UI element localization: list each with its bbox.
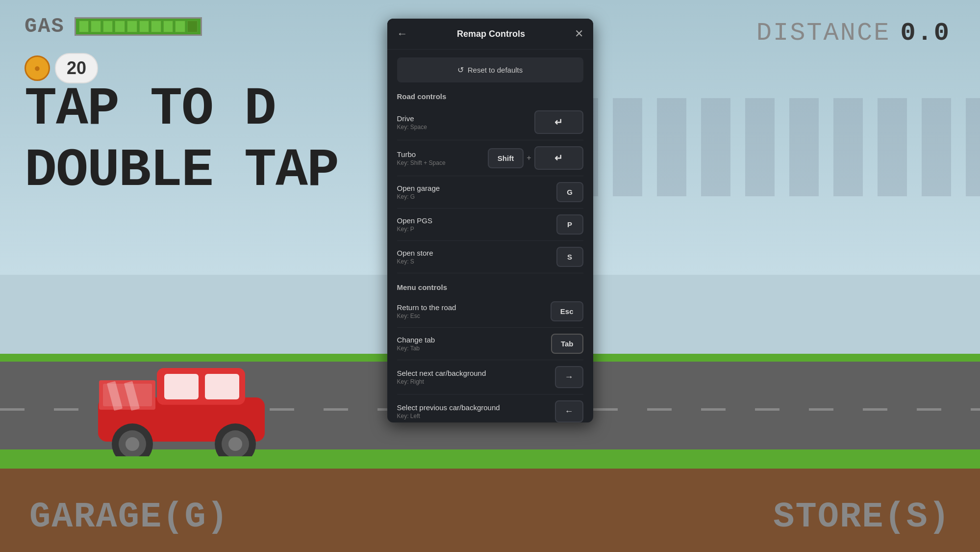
turbo-info: Turbo Key: Shift + Space (397, 150, 446, 166)
modal-back-button[interactable]: ← (397, 27, 408, 40)
change-tab-key-button[interactable]: Tab (551, 334, 583, 354)
modal-close-button[interactable]: ✕ (575, 27, 583, 40)
turbo-name: Turbo (397, 150, 446, 158)
modal-body: ↺ Reset to defaults Road controls Drive … (387, 50, 593, 422)
select-prev-name: Select previous car/background (397, 403, 500, 412)
control-row-return-road: Return to the road Key: Esc Esc (397, 295, 583, 328)
control-row-open-garage: Open garage Key: G G (397, 176, 583, 209)
reset-label: Reset to defaults (468, 66, 523, 74)
hud-right: DISTANCE 0.0 (756, 19, 951, 48)
change-tab-name: Change tab (397, 336, 435, 344)
car (88, 348, 275, 456)
return-road-name: Return to the road (397, 303, 456, 312)
modal-header: ← Remap Controls ✕ (387, 19, 593, 50)
menu-controls-section-label: Menu controls (397, 283, 583, 291)
control-row-change-tab: Change tab Key: Tab Tab (397, 328, 583, 360)
modal-title: Remap Controls (457, 29, 525, 39)
return-road-info: Return to the road Key: Esc (397, 303, 456, 319)
turbo-space-button[interactable]: ↵ (534, 146, 583, 170)
select-next-info: Select next car/background Key: Right (397, 369, 486, 385)
open-pgs-key-button[interactable]: P (556, 214, 583, 235)
select-next-key-button[interactable]: → (555, 366, 583, 388)
open-pgs-info: Open PGS Key: P (397, 216, 433, 233)
turbo-key-group: Shift + ↵ (488, 146, 583, 170)
distance-value: 0.0 (900, 19, 951, 48)
back-icon: ← (397, 27, 408, 40)
open-garage-key-button[interactable]: G (556, 182, 583, 202)
change-tab-key-hint: Key: Tab (397, 345, 435, 352)
tap-text-line2: DOUBLE TAP (25, 140, 338, 201)
return-road-key-hint: Key: Esc (397, 313, 456, 319)
ground-top-strip (0, 455, 980, 469)
tap-text-line1: TAP TO D (25, 79, 338, 140)
gas-label: GAS (25, 15, 65, 38)
return-road-key-button[interactable]: Esc (551, 301, 583, 321)
reset-defaults-button[interactable]: ↺ Reset to defaults (397, 57, 583, 82)
open-pgs-key-hint: Key: P (397, 226, 433, 233)
remap-controls-modal: ← Remap Controls ✕ ↺ Reset to defaults R… (387, 19, 593, 422)
drive-info: Drive Key: Space (397, 114, 427, 131)
open-garage-name: Open garage (397, 184, 440, 192)
control-row-open-pgs: Open PGS Key: P P (397, 209, 583, 241)
control-row-drive: Drive Key: Space ↵ (397, 105, 583, 140)
open-store-key-hint: Key: S (397, 258, 433, 265)
store-label: STORE(S) (773, 497, 951, 537)
svg-point-9 (228, 437, 242, 451)
select-next-name: Select next car/background (397, 369, 486, 377)
open-store-info: Open store Key: S (397, 249, 433, 265)
select-next-key-hint: Key: Right (397, 378, 486, 385)
garage-label: GARAGE(G) (29, 497, 229, 537)
turbo-key-hint: Key: Shift + Space (397, 159, 446, 166)
select-prev-key-button[interactable]: ← (555, 400, 583, 422)
open-pgs-name: Open PGS (397, 216, 433, 225)
right-arrow-icon: → (565, 372, 574, 382)
svg-point-6 (126, 437, 139, 451)
reset-icon: ↺ (457, 65, 464, 75)
open-store-name: Open store (397, 249, 433, 257)
open-garage-info: Open garage Key: G (397, 184, 440, 200)
road-controls-section-label: Road controls (397, 92, 583, 101)
select-prev-key-hint: Key: Left (397, 413, 500, 420)
svg-rect-3 (205, 374, 239, 399)
coin-icon: ● (25, 55, 50, 81)
open-garage-key-hint: Key: G (397, 193, 440, 200)
tap-text: TAP TO D DOUBLE TAP (25, 79, 338, 201)
left-arrow-icon: ← (565, 406, 574, 417)
svg-rect-2 (164, 374, 199, 399)
drive-key-button[interactable]: ↵ (534, 110, 583, 134)
hud-left: GAS ● 20 (25, 15, 202, 83)
plus-sign: + (527, 154, 531, 162)
control-row-select-next: Select next car/background Key: Right → (397, 360, 583, 394)
gas-bar (75, 17, 202, 36)
change-tab-info: Change tab Key: Tab (397, 336, 435, 352)
turbo-space-symbol: ↵ (554, 152, 563, 164)
drive-key-symbol: ↵ (554, 116, 563, 128)
select-prev-info: Select previous car/background Key: Left (397, 403, 500, 420)
distance-label: DISTANCE (756, 19, 891, 48)
close-icon: ✕ (575, 27, 583, 40)
open-store-key-button[interactable]: S (556, 247, 583, 267)
control-row-select-prev: Select previous car/background Key: Left… (397, 394, 583, 422)
control-row-turbo: Turbo Key: Shift + Space Shift + ↵ (397, 140, 583, 176)
turbo-shift-button[interactable]: Shift (488, 148, 524, 168)
drive-key-hint: Key: Space (397, 124, 427, 131)
control-row-open-store: Open store Key: S S (397, 241, 583, 273)
drive-name: Drive (397, 114, 427, 123)
